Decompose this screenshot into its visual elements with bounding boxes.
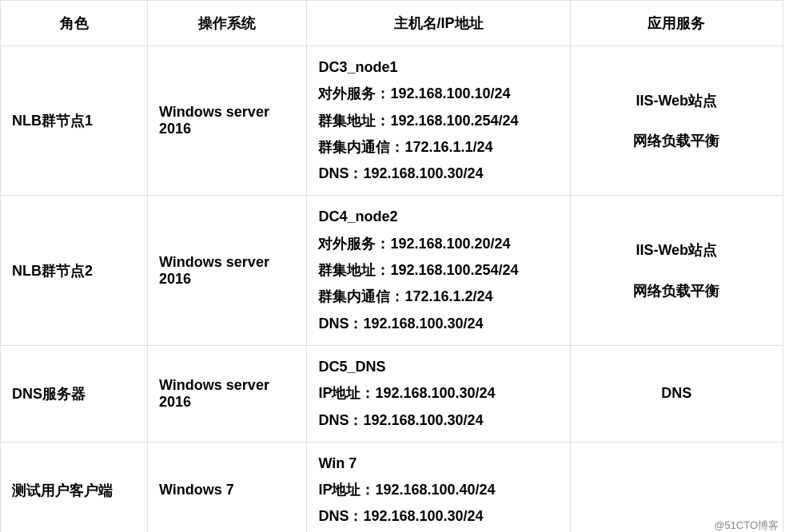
host-line: DC3_node1	[318, 59, 397, 75]
host-line: 群集内通信：172.16.1.1/24	[318, 139, 492, 155]
table-row: NLB群节点2 Windows server 2016 DC4_node2 对外…	[1, 196, 783, 345]
cell-os: Windows server 2016	[148, 196, 307, 345]
cell-svc: IIS-Web站点 网络负载平衡	[570, 196, 783, 345]
host-line: DNS：192.168.100.30/24	[318, 165, 483, 181]
cell-os: Windows server 2016	[148, 345, 307, 442]
watermark: @51CTO博客	[714, 518, 779, 532]
table-row: 测试用户客户端 Windows 7 Win 7 IP地址：192.168.100…	[1, 442, 783, 532]
cell-role: 测试用户客户端	[1, 442, 148, 532]
host-line: 群集内通信：172.16.1.2/24	[318, 288, 492, 304]
header-role: 角色	[1, 1, 148, 46]
host-line: IP地址：192.168.100.40/24	[318, 482, 495, 498]
table-header-row: 角色 操作系统 主机名/IP地址 应用服务	[1, 1, 783, 46]
cell-svc: IIS-Web站点 网络负载平衡	[570, 46, 783, 196]
host-line: Win 7	[318, 455, 357, 471]
header-svc: 应用服务	[570, 1, 783, 46]
host-line: DNS：192.168.100.30/24	[318, 412, 483, 428]
cell-role: DNS服务器	[1, 345, 148, 442]
host-line: 群集地址：192.168.100.254/24	[318, 113, 518, 129]
cell-host: DC3_node1 对外服务：192.168.100.10/24 群集地址：19…	[307, 46, 570, 196]
host-line: DNS：192.168.100.30/24	[318, 508, 483, 524]
svc-line: 网络负载平衡	[633, 133, 719, 149]
cell-host: DC5_DNS IP地址：192.168.100.30/24 DNS：192.1…	[307, 345, 570, 442]
cell-svc: DNS	[570, 345, 783, 442]
svc-line: DNS	[661, 385, 691, 401]
table-row: DNS服务器 Windows server 2016 DC5_DNS IP地址：…	[1, 345, 783, 442]
host-line: 群集地址：192.168.100.254/24	[318, 262, 518, 278]
host-line: IP地址：192.168.100.30/24	[318, 385, 495, 401]
header-host: 主机名/IP地址	[307, 1, 570, 46]
host-line: DNS：192.168.100.30/24	[318, 316, 483, 332]
cell-os: Windows server 2016	[148, 46, 307, 196]
table-row: NLB群节点1 Windows server 2016 DC3_node1 对外…	[1, 46, 783, 196]
config-table: 角色 操作系统 主机名/IP地址 应用服务 NLB群节点1 Windows se…	[0, 0, 783, 532]
cell-host: DC4_node2 对外服务：192.168.100.20/24 群集地址：19…	[307, 196, 570, 345]
host-line: 对外服务：192.168.100.20/24	[318, 236, 510, 252]
svc-line: 网络负载平衡	[633, 283, 719, 299]
svc-line: IIS-Web站点	[636, 93, 717, 109]
cell-host: Win 7 IP地址：192.168.100.40/24 DNS：192.168…	[307, 442, 570, 532]
cell-os: Windows 7	[148, 442, 307, 532]
host-line: DC4_node2	[318, 208, 397, 224]
cell-role: NLB群节点1	[1, 46, 148, 196]
svc-line: IIS-Web站点	[636, 242, 717, 258]
cell-role: NLB群节点2	[1, 196, 148, 345]
host-line: 对外服务：192.168.100.10/24	[318, 85, 510, 101]
header-os: 操作系统	[148, 1, 307, 46]
host-line: DC5_DNS	[318, 359, 385, 375]
